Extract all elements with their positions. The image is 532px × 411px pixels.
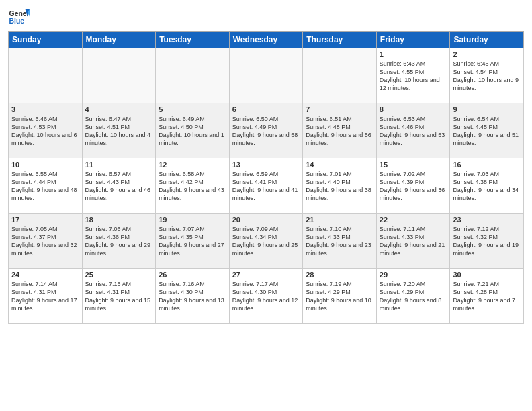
day-info: Sunrise: 6:58 AM Sunset: 4:42 PM Dayligh…: [159, 170, 226, 203]
day-info: Sunrise: 6:49 AM Sunset: 4:50 PM Dayligh…: [159, 115, 226, 148]
day-info: Sunrise: 6:50 AM Sunset: 4:49 PM Dayligh…: [232, 115, 300, 148]
day-info: Sunrise: 7:03 AM Sunset: 4:38 PM Dayligh…: [453, 170, 521, 203]
calendar-cell: [82, 48, 156, 103]
day-number: 24: [11, 271, 79, 279]
day-info: Sunrise: 7:09 AM Sunset: 4:34 PM Dayligh…: [232, 225, 300, 258]
day-info: Sunrise: 7:01 AM Sunset: 4:40 PM Dayligh…: [306, 170, 373, 203]
day-info: Sunrise: 7:19 AM Sunset: 4:29 PM Dayligh…: [306, 280, 373, 313]
day-number: 12: [159, 161, 226, 169]
calendar-cell: 19Sunrise: 7:07 AM Sunset: 4:35 PM Dayli…: [156, 214, 230, 269]
calendar-cell: 26Sunrise: 7:16 AM Sunset: 4:30 PM Dayli…: [156, 269, 230, 324]
day-number: 27: [232, 271, 300, 279]
day-info: Sunrise: 7:16 AM Sunset: 4:30 PM Dayligh…: [159, 280, 226, 313]
calendar-cell: [9, 48, 83, 103]
calendar-cell: 13Sunrise: 6:59 AM Sunset: 4:41 PM Dayli…: [229, 158, 303, 214]
calendar-cell: 11Sunrise: 6:57 AM Sunset: 4:43 PM Dayli…: [82, 158, 156, 214]
calendar-cell: 20Sunrise: 7:09 AM Sunset: 4:34 PM Dayli…: [229, 214, 303, 269]
day-info: Sunrise: 7:11 AM Sunset: 4:33 PM Dayligh…: [380, 225, 447, 258]
day-number: 8: [380, 105, 447, 113]
day-info: Sunrise: 6:47 AM Sunset: 4:51 PM Dayligh…: [85, 115, 153, 148]
day-number: 28: [306, 271, 373, 279]
calendar-cell: 5Sunrise: 6:49 AM Sunset: 4:50 PM Daylig…: [156, 103, 230, 158]
day-info: Sunrise: 6:46 AM Sunset: 4:53 PM Dayligh…: [11, 115, 79, 148]
day-info: Sunrise: 6:43 AM Sunset: 4:55 PM Dayligh…: [380, 60, 447, 93]
day-info: Sunrise: 7:14 AM Sunset: 4:31 PM Dayligh…: [11, 280, 79, 313]
day-info: Sunrise: 7:15 AM Sunset: 4:31 PM Dayligh…: [85, 280, 153, 313]
calendar-table: SundayMondayTuesdayWednesdayThursdayFrid…: [8, 31, 524, 324]
calendar-cell: 28Sunrise: 7:19 AM Sunset: 4:29 PM Dayli…: [303, 269, 377, 324]
day-number: 7: [306, 105, 373, 113]
header: General Blue: [8, 7, 524, 28]
day-number: 2: [453, 50, 521, 58]
calendar-cell: 21Sunrise: 7:10 AM Sunset: 4:33 PM Dayli…: [303, 214, 377, 269]
day-number: 5: [159, 105, 226, 113]
calendar-cell: 25Sunrise: 7:15 AM Sunset: 4:31 PM Dayli…: [82, 269, 156, 324]
day-info: Sunrise: 6:45 AM Sunset: 4:54 PM Dayligh…: [453, 60, 521, 93]
calendar-cell: 6Sunrise: 6:50 AM Sunset: 4:49 PM Daylig…: [229, 103, 303, 158]
col-header-friday: Friday: [376, 32, 450, 48]
col-header-tuesday: Tuesday: [156, 32, 230, 48]
day-info: Sunrise: 7:21 AM Sunset: 4:28 PM Dayligh…: [453, 280, 521, 313]
day-info: Sunrise: 7:10 AM Sunset: 4:33 PM Dayligh…: [306, 225, 373, 258]
calendar-cell: [303, 48, 377, 103]
day-info: Sunrise: 7:07 AM Sunset: 4:35 PM Dayligh…: [159, 225, 226, 258]
calendar-cell: 2Sunrise: 6:45 AM Sunset: 4:54 PM Daylig…: [450, 48, 524, 103]
calendar-cell: 23Sunrise: 7:12 AM Sunset: 4:32 PM Dayli…: [450, 214, 524, 269]
calendar-cell: 10Sunrise: 6:55 AM Sunset: 4:44 PM Dayli…: [9, 158, 83, 214]
calendar-cell: 1Sunrise: 6:43 AM Sunset: 4:55 PM Daylig…: [376, 48, 450, 103]
page-container: General Blue SundayMondayTuesdayWednesda…: [0, 0, 532, 328]
logo-icon: General Blue: [8, 7, 30, 28]
day-info: Sunrise: 6:57 AM Sunset: 4:43 PM Dayligh…: [85, 170, 153, 203]
calendar-cell: 7Sunrise: 6:51 AM Sunset: 4:48 PM Daylig…: [303, 103, 377, 158]
day-number: 6: [232, 105, 300, 113]
day-number: 21: [306, 216, 373, 224]
day-number: 1: [380, 50, 447, 58]
day-info: Sunrise: 7:12 AM Sunset: 4:32 PM Dayligh…: [453, 225, 521, 258]
day-number: 17: [11, 216, 79, 224]
calendar-cell: 30Sunrise: 7:21 AM Sunset: 4:28 PM Dayli…: [450, 269, 524, 324]
day-info: Sunrise: 6:51 AM Sunset: 4:48 PM Dayligh…: [306, 115, 373, 148]
day-number: 25: [85, 271, 153, 279]
day-info: Sunrise: 6:59 AM Sunset: 4:41 PM Dayligh…: [232, 170, 300, 203]
calendar-week-row: 1Sunrise: 6:43 AM Sunset: 4:55 PM Daylig…: [9, 48, 524, 103]
calendar-cell: 12Sunrise: 6:58 AM Sunset: 4:42 PM Dayli…: [156, 158, 230, 214]
col-header-wednesday: Wednesday: [229, 32, 303, 48]
calendar-cell: [229, 48, 303, 103]
day-number: 29: [380, 271, 447, 279]
day-info: Sunrise: 7:20 AM Sunset: 4:29 PM Dayligh…: [380, 280, 447, 313]
calendar-cell: 17Sunrise: 7:05 AM Sunset: 4:37 PM Dayli…: [9, 214, 83, 269]
calendar-cell: 14Sunrise: 7:01 AM Sunset: 4:40 PM Dayli…: [303, 158, 377, 214]
calendar-cell: 29Sunrise: 7:20 AM Sunset: 4:29 PM Dayli…: [376, 269, 450, 324]
calendar-cell: 4Sunrise: 6:47 AM Sunset: 4:51 PM Daylig…: [82, 103, 156, 158]
day-info: Sunrise: 6:53 AM Sunset: 4:46 PM Dayligh…: [380, 115, 447, 148]
day-number: 30: [453, 271, 521, 279]
day-number: 13: [232, 161, 300, 169]
logo: General Blue: [8, 7, 30, 28]
calendar-week-row: 17Sunrise: 7:05 AM Sunset: 4:37 PM Dayli…: [9, 214, 524, 269]
day-info: Sunrise: 7:06 AM Sunset: 4:36 PM Dayligh…: [85, 225, 153, 258]
day-info: Sunrise: 6:55 AM Sunset: 4:44 PM Dayligh…: [11, 170, 79, 203]
day-number: 22: [380, 216, 447, 224]
calendar-cell: 8Sunrise: 6:53 AM Sunset: 4:46 PM Daylig…: [376, 103, 450, 158]
day-number: 23: [453, 216, 521, 224]
svg-text:Blue: Blue: [9, 17, 25, 25]
day-number: 11: [85, 161, 153, 169]
day-number: 26: [159, 271, 226, 279]
col-header-saturday: Saturday: [450, 32, 524, 48]
day-info: Sunrise: 6:54 AM Sunset: 4:45 PM Dayligh…: [453, 115, 521, 148]
calendar-cell: 15Sunrise: 7:02 AM Sunset: 4:39 PM Dayli…: [376, 158, 450, 214]
calendar-cell: 16Sunrise: 7:03 AM Sunset: 4:38 PM Dayli…: [450, 158, 524, 214]
day-info: Sunrise: 7:02 AM Sunset: 4:39 PM Dayligh…: [380, 170, 447, 203]
calendar-week-row: 10Sunrise: 6:55 AM Sunset: 4:44 PM Dayli…: [9, 158, 524, 214]
calendar-cell: 24Sunrise: 7:14 AM Sunset: 4:31 PM Dayli…: [9, 269, 83, 324]
calendar-cell: 27Sunrise: 7:17 AM Sunset: 4:30 PM Dayli…: [229, 269, 303, 324]
calendar-cell: 3Sunrise: 6:46 AM Sunset: 4:53 PM Daylig…: [9, 103, 83, 158]
calendar-cell: 9Sunrise: 6:54 AM Sunset: 4:45 PM Daylig…: [450, 103, 524, 158]
day-number: 19: [159, 216, 226, 224]
calendar-cell: 22Sunrise: 7:11 AM Sunset: 4:33 PM Dayli…: [376, 214, 450, 269]
day-number: 15: [380, 161, 447, 169]
calendar-week-row: 24Sunrise: 7:14 AM Sunset: 4:31 PM Dayli…: [9, 269, 524, 324]
day-number: 4: [85, 105, 153, 113]
calendar-cell: [156, 48, 230, 103]
day-number: 9: [453, 105, 521, 113]
